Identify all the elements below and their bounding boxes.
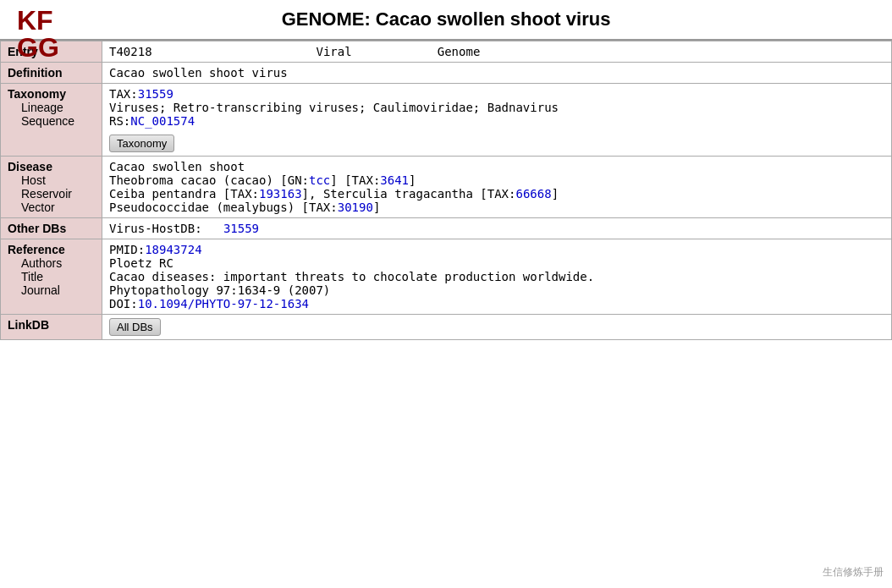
taxonomy-btn-container: Taxonomy bbox=[109, 131, 884, 152]
logo-top: KF bbox=[17, 7, 59, 34]
journal-doi-link[interactable]: 10.1094/PHYTO-97-12-1634 bbox=[138, 297, 309, 310]
authors-content: Ploetz RC bbox=[109, 256, 884, 270]
taxonomy-content: TAX:31559 Viruses; Retro-transcribing vi… bbox=[102, 84, 892, 157]
lineage-content: Viruses; Retro-transcribing viruses; Cau… bbox=[109, 101, 884, 114]
taxonomy-row: Taxonomy Lineage Sequence TAX:31559 Viru… bbox=[1, 84, 892, 157]
vector-content: Pseudococcidae (mealybugs) [TAX:30190] bbox=[109, 201, 884, 214]
disease-label: Disease Host Reservoir Vector bbox=[1, 157, 102, 218]
linkdb-row: LinkDB All DBs bbox=[1, 315, 892, 340]
other-dbs-content: Virus-HostDB: 31559 bbox=[102, 218, 892, 239]
sequence-label: Sequence bbox=[8, 114, 95, 128]
entry-type1: Viral bbox=[316, 45, 351, 58]
pmid-line: PMID:18943724 bbox=[109, 243, 884, 256]
reference-content: PMID:18943724 Ploetz RC Cacao diseases: … bbox=[102, 239, 892, 315]
taxonomy-tax-line: TAX:31559 bbox=[109, 87, 884, 101]
title-content: Cacao diseases: important threats to cho… bbox=[109, 270, 884, 283]
disease-row: Disease Host Reservoir Vector Cacao swol… bbox=[1, 157, 892, 218]
title-label: Title bbox=[8, 270, 95, 283]
sequence-content: RS:NC_001574 bbox=[109, 114, 884, 128]
reservoir-label: Reservoir bbox=[8, 187, 95, 201]
definition-label: Definition bbox=[1, 63, 102, 84]
reference-main-label: Reference bbox=[8, 243, 95, 256]
vector-end: ] bbox=[373, 201, 380, 214]
sequence-prefix: RS: bbox=[109, 114, 130, 128]
reservoir-content: Ceiba pentandra [TAX:193163], Sterculia … bbox=[109, 187, 884, 201]
other-dbs-link[interactable]: 31559 bbox=[223, 222, 259, 235]
taxonomy-label: Taxonomy Lineage Sequence bbox=[1, 84, 102, 157]
journal-doi-line: DOI:10.1094/PHYTO-97-12-1634 bbox=[109, 297, 884, 310]
host-mid: ] [TAX: bbox=[330, 173, 380, 187]
definition-content: Cacao swollen shoot virus bbox=[102, 63, 892, 84]
entry-row: Entry T40218 Viral Genome bbox=[1, 41, 892, 63]
entry-id: T40218 bbox=[109, 45, 152, 58]
disease-content: Cacao swollen shoot Theobroma cacao (cac… bbox=[102, 157, 892, 218]
reservoir-mid: ], Sterculia tragacantha [TAX: bbox=[302, 187, 516, 201]
reference-label: Reference Authors Title Journal bbox=[1, 239, 102, 315]
kegg-logo: KF GG bbox=[17, 7, 59, 61]
host-text: Theobroma cacao (cacao) [GN: bbox=[109, 173, 309, 187]
host-gn-link[interactable]: tcc bbox=[309, 173, 330, 187]
host-tax-link[interactable]: 3641 bbox=[380, 173, 409, 187]
other-dbs-prefix: Virus-HostDB: bbox=[109, 222, 202, 235]
other-dbs-row: Other DBs Virus-HostDB: 31559 bbox=[1, 218, 892, 239]
reservoir-tax2-link[interactable]: 66668 bbox=[515, 187, 551, 201]
page-header: KF GG GENOME: Cacao swollen shoot virus bbox=[0, 0, 892, 41]
reservoir-tax1-link[interactable]: 193163 bbox=[259, 187, 302, 201]
pmid-prefix: PMID: bbox=[109, 243, 145, 256]
entry-content: T40218 Viral Genome bbox=[102, 41, 892, 63]
reservoir-text1: Ceiba pentandra [TAX: bbox=[109, 187, 259, 201]
authors-label: Authors bbox=[8, 256, 95, 270]
host-end: ] bbox=[409, 173, 416, 187]
journal-line1: Phytopathology 97:1634-9 (2007) bbox=[109, 283, 884, 297]
pmid-link[interactable]: 18943724 bbox=[145, 243, 201, 256]
taxonomy-tax-link[interactable]: 31559 bbox=[138, 87, 173, 101]
vector-label: Vector bbox=[8, 201, 95, 214]
main-table: Entry T40218 Viral Genome Definition Cac… bbox=[0, 41, 892, 340]
linkdb-content: All DBs bbox=[102, 315, 892, 340]
journal-content: Phytopathology 97:1634-9 (2007) DOI:10.1… bbox=[109, 283, 884, 310]
disease-main-label: Disease bbox=[8, 160, 95, 173]
page-title: GENOME: Cacao swollen shoot virus bbox=[282, 8, 611, 30]
taxonomy-button[interactable]: Taxonomy bbox=[109, 135, 174, 152]
reference-row: Reference Authors Title Journal PMID:189… bbox=[1, 239, 892, 315]
logo-bottom: GG bbox=[17, 34, 59, 61]
other-dbs-label: Other DBs bbox=[1, 218, 102, 239]
lineage-label: Lineage bbox=[8, 101, 95, 114]
journal-doi-prefix: DOI: bbox=[109, 297, 138, 310]
reservoir-end: ] bbox=[552, 187, 559, 201]
linkdb-label: LinkDB bbox=[1, 315, 102, 340]
vector-text: Pseudococcidae (mealybugs) [TAX: bbox=[109, 201, 338, 214]
journal-label: Journal bbox=[8, 283, 95, 297]
host-content: Theobroma cacao (cacao) [GN:tcc] [TAX:36… bbox=[109, 173, 884, 187]
host-label: Host bbox=[8, 173, 95, 187]
definition-row: Definition Cacao swollen shoot virus bbox=[1, 63, 892, 84]
disease-value: Cacao swollen shoot bbox=[109, 160, 884, 173]
taxonomy-main-label: Taxonomy bbox=[8, 87, 95, 101]
all-dbs-button[interactable]: All DBs bbox=[109, 318, 161, 336]
vector-tax-link[interactable]: 30190 bbox=[338, 201, 373, 214]
entry-type2: Genome bbox=[438, 45, 481, 58]
sequence-link[interactable]: NC_001574 bbox=[130, 114, 195, 128]
